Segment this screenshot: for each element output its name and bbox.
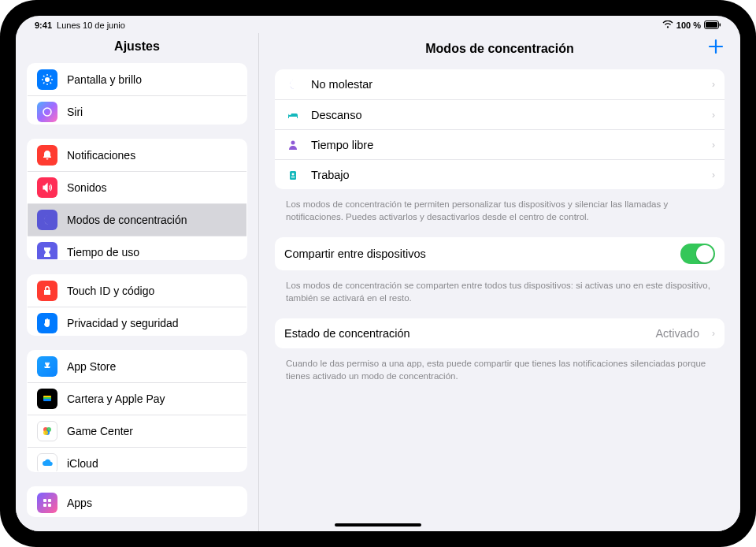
settings-sidebar: Ajustes Pantalla y brillo Siri bbox=[16, 33, 258, 531]
mode-label: No molestar bbox=[311, 78, 702, 91]
detail-pane: Modos de concentración No molestar › bbox=[258, 33, 740, 531]
focus-status-row[interactable]: Estado de concentración Activado › bbox=[275, 318, 724, 348]
focus-status-row-group: Estado de concentración Activado › bbox=[275, 318, 724, 348]
share-toggle[interactable] bbox=[680, 244, 715, 264]
person-icon bbox=[284, 139, 302, 151]
sidebar-item-apps[interactable]: Apps bbox=[28, 487, 246, 517]
ipad-frame: 9:41 Lunes 10 de junio 100 % Ajustes bbox=[0, 0, 756, 547]
svg-point-3 bbox=[45, 77, 50, 82]
badge-icon bbox=[284, 169, 302, 181]
speaker-icon bbox=[37, 177, 57, 198]
appstore-icon bbox=[37, 356, 57, 377]
bell-icon bbox=[37, 145, 57, 166]
chevron-right-icon: › bbox=[712, 110, 715, 121]
focus-status-label: Estado de concentración bbox=[284, 327, 646, 340]
gamecenter-icon bbox=[37, 421, 57, 441]
sidebar-group-2: Touch ID y código Privacidad y seguridad bbox=[27, 274, 247, 336]
sidebar-group-4: Apps bbox=[27, 486, 247, 517]
sidebar-item-label: Touch ID y código bbox=[67, 285, 237, 297]
home-indicator[interactable] bbox=[335, 523, 421, 527]
svg-line-10 bbox=[43, 83, 44, 84]
battery-percent: 100 % bbox=[676, 20, 701, 30]
focus-status-value: Activado bbox=[655, 327, 699, 340]
sidebar-item-appstore[interactable]: App Store bbox=[28, 351, 246, 382]
sidebar-item-pantalla-brillo[interactable]: Pantalla y brillo bbox=[28, 64, 246, 95]
svg-rect-1 bbox=[706, 22, 717, 28]
hourglass-icon bbox=[37, 242, 57, 261]
chevron-right-icon: › bbox=[712, 79, 715, 90]
modes-footer: Los modos de concentración te permiten p… bbox=[275, 194, 724, 237]
sidebar-item-label: Tiempo de uso bbox=[67, 246, 237, 259]
focus-mode-no-molestar[interactable]: No molestar › bbox=[275, 69, 724, 99]
sidebar-item-privacidad[interactable]: Privacidad y seguridad bbox=[28, 307, 246, 336]
svg-point-24 bbox=[291, 140, 295, 144]
share-label: Compartir entre dispositivos bbox=[284, 247, 671, 260]
focus-mode-descanso[interactable]: Descanso › bbox=[275, 99, 724, 129]
moon-icon bbox=[37, 210, 57, 230]
sidebar-title: Ajustes bbox=[16, 33, 258, 63]
sidebar-item-label: iCloud bbox=[67, 457, 237, 470]
sidebar-item-sonidos[interactable]: Sonidos bbox=[28, 171, 246, 203]
wallet-icon bbox=[37, 389, 57, 409]
focus-mode-tiempo-libre[interactable]: Tiempo libre › bbox=[275, 129, 724, 159]
sidebar-item-label: Apps bbox=[67, 497, 237, 509]
detail-title: Modos de concentración bbox=[425, 42, 573, 56]
add-button[interactable] bbox=[707, 38, 724, 58]
svg-line-9 bbox=[50, 83, 51, 84]
display-icon bbox=[37, 69, 57, 90]
hand-icon bbox=[37, 313, 57, 333]
focus-status-footer: Cuando le das permiso a una app, esta pu… bbox=[275, 353, 724, 396]
sidebar-item-concentracion[interactable]: Modos de concentración bbox=[28, 203, 246, 236]
icloud-icon bbox=[37, 453, 57, 472]
status-date: Lunes 10 de junio bbox=[57, 20, 125, 30]
focus-modes-list: No molestar › Descanso › bbox=[275, 69, 724, 189]
sidebar-item-gamecenter[interactable]: Game Center bbox=[28, 415, 246, 447]
sidebar-item-label: App Store bbox=[67, 360, 237, 373]
svg-rect-21 bbox=[48, 499, 51, 502]
svg-point-19 bbox=[43, 430, 48, 435]
svg-point-12 bbox=[43, 108, 51, 116]
sidebar-item-label: Notificaciones bbox=[67, 149, 237, 162]
chevron-right-icon: › bbox=[712, 169, 715, 180]
sidebar-item-label: Modos de concentración bbox=[67, 214, 237, 226]
chevron-right-icon: › bbox=[712, 328, 715, 339]
sidebar-group-3: App Store Cartera y Apple Pay Game Cente… bbox=[27, 350, 247, 472]
bed-icon bbox=[284, 109, 302, 121]
sidebar-item-label: Siri bbox=[67, 106, 237, 118]
sidebar-item-label: Cartera y Apple Pay bbox=[67, 393, 237, 405]
sidebar-item-label: Game Center bbox=[67, 425, 237, 437]
sidebar-item-label: Sonidos bbox=[67, 181, 237, 194]
sidebar-item-icloud[interactable]: iCloud bbox=[28, 447, 246, 472]
siri-icon bbox=[37, 102, 57, 122]
sidebar-item-tiempo-uso[interactable]: Tiempo de uso bbox=[28, 236, 246, 261]
svg-rect-20 bbox=[43, 499, 46, 502]
sidebar-item-cartera[interactable]: Cartera y Apple Pay bbox=[28, 382, 246, 415]
svg-line-8 bbox=[43, 76, 44, 76]
wifi-icon bbox=[662, 20, 673, 30]
svg-line-11 bbox=[50, 76, 51, 76]
svg-rect-27 bbox=[291, 177, 295, 177]
svg-rect-2 bbox=[720, 23, 721, 26]
focus-mode-trabajo[interactable]: Trabajo › bbox=[275, 159, 724, 189]
status-bar: 9:41 Lunes 10 de junio 100 % bbox=[16, 16, 740, 33]
mode-label: Trabajo bbox=[311, 169, 702, 181]
share-toggle-row[interactable]: Compartir entre dispositivos bbox=[275, 237, 724, 270]
sidebar-item-label: Privacidad y seguridad bbox=[67, 317, 237, 329]
sidebar-group-1: Notificaciones Sonidos Modos de concentr… bbox=[27, 139, 247, 261]
battery-icon bbox=[704, 20, 721, 31]
status-time: 9:41 bbox=[35, 20, 52, 30]
svg-point-26 bbox=[292, 173, 295, 175]
chevron-right-icon: › bbox=[712, 140, 715, 151]
share-across-devices-row: Compartir entre dispositivos bbox=[275, 237, 724, 270]
sidebar-item-touchid[interactable]: Touch ID y código bbox=[28, 275, 246, 307]
apps-icon bbox=[37, 493, 57, 513]
sidebar-item-siri[interactable]: Siri bbox=[28, 95, 246, 125]
svg-rect-15 bbox=[43, 399, 51, 401]
moon-icon bbox=[284, 78, 302, 91]
lock-icon bbox=[37, 281, 57, 301]
mode-label: Tiempo libre bbox=[311, 139, 702, 151]
sidebar-item-notificaciones[interactable]: Notificaciones bbox=[28, 140, 246, 171]
share-footer: Los modos de concentración se comparten … bbox=[275, 275, 724, 318]
svg-rect-22 bbox=[43, 504, 46, 507]
detail-header: Modos de concentración bbox=[259, 33, 740, 65]
